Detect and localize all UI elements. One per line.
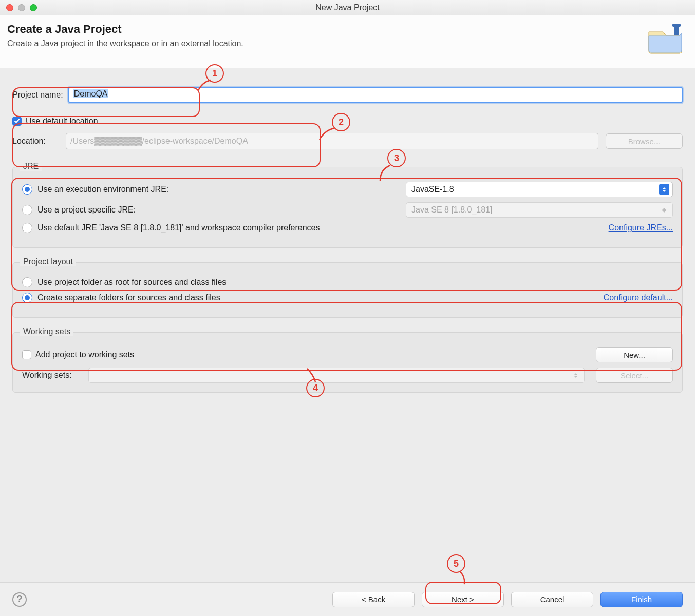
add-to-working-sets-label: Add project to working sets [35,350,134,359]
cancel-button[interactable]: Cancel [511,592,593,607]
layout-separate-radio[interactable] [22,293,32,303]
jre-project-specific-label: Use a project specific JRE: [37,205,136,215]
working-sets-title: Working sets [20,327,73,336]
project-layout-group: Project layout Use project folder as roo… [12,262,683,318]
use-default-location-row: Use default location [12,117,683,126]
working-sets-label: Working sets: [22,371,72,380]
project-name-input[interactable] [68,87,683,103]
jre-default-radio[interactable] [22,223,32,233]
wizard-footer: ? < Back Next > Cancel Finish [0,582,695,616]
layout-root-label: Use project folder as root for sources a… [37,278,226,287]
wizard-header: Create a Java Project Create a Java proj… [0,15,695,68]
project-layout-title: Project layout [20,257,76,266]
select-working-sets-button[interactable]: Select... [596,368,673,383]
project-name-label: Project name: [12,90,63,100]
new-working-set-button[interactable]: New... [596,347,673,362]
updown-caret-icon [659,184,669,195]
jre-group-title: JRE [20,162,42,171]
svg-rect-1 [672,24,681,27]
jre-project-specific-combo: Java SE 8 [1.8.0_181] [406,202,673,218]
project-name-row: Project name: DemoQA [12,87,683,103]
project-folder-icon [647,23,684,57]
page-title: Create a Java Project [7,23,243,36]
window-title: New Java Project [0,3,695,12]
configure-jres-link[interactable]: Configure JREs... [609,223,673,233]
layout-root-radio[interactable] [22,277,32,287]
working-sets-combo [88,368,585,383]
location-row: Location: Browse... [12,133,683,149]
jre-project-specific-value: Java SE 8 [1.8.0_181] [411,205,492,215]
titlebar: New Java Project [0,0,695,15]
browse-button[interactable]: Browse... [606,133,683,149]
jre-default-label: Use default JRE 'Java SE 8 [1.8.0_181]' … [37,223,320,233]
jre-group: JRE Use an execution environment JRE: Ja… [12,167,683,248]
jre-exec-env-label: Use an execution environment JRE: [37,185,168,194]
updown-caret-icon [571,370,581,381]
page-subtitle: Create a Java project in the workspace o… [7,39,243,48]
layout-separate-label: Create separate folders for sources and … [37,293,220,302]
annotation-bubble-5: 5 [447,554,465,573]
wizard-content: Project name: DemoQA Use default locatio… [0,68,695,393]
use-default-location-checkbox[interactable] [12,117,22,126]
finish-button[interactable]: Finish [600,592,683,607]
configure-default-link[interactable]: Configure default... [604,293,673,302]
jre-project-specific-radio[interactable] [22,205,32,215]
jre-exec-env-combo[interactable]: JavaSE-1.8 [406,182,673,197]
location-input [66,133,598,149]
jre-exec-env-value: JavaSE-1.8 [411,185,454,194]
back-button[interactable]: < Back [332,592,415,607]
updown-caret-icon [659,204,669,216]
add-to-working-sets-checkbox[interactable] [22,350,31,359]
jre-exec-env-radio[interactable] [22,184,32,195]
location-label: Location: [12,137,53,146]
working-sets-group: Working sets Add project to working sets… [12,332,683,393]
next-button[interactable]: Next > [422,592,504,607]
help-icon[interactable]: ? [12,592,27,607]
use-default-location-label: Use default location [26,117,98,126]
